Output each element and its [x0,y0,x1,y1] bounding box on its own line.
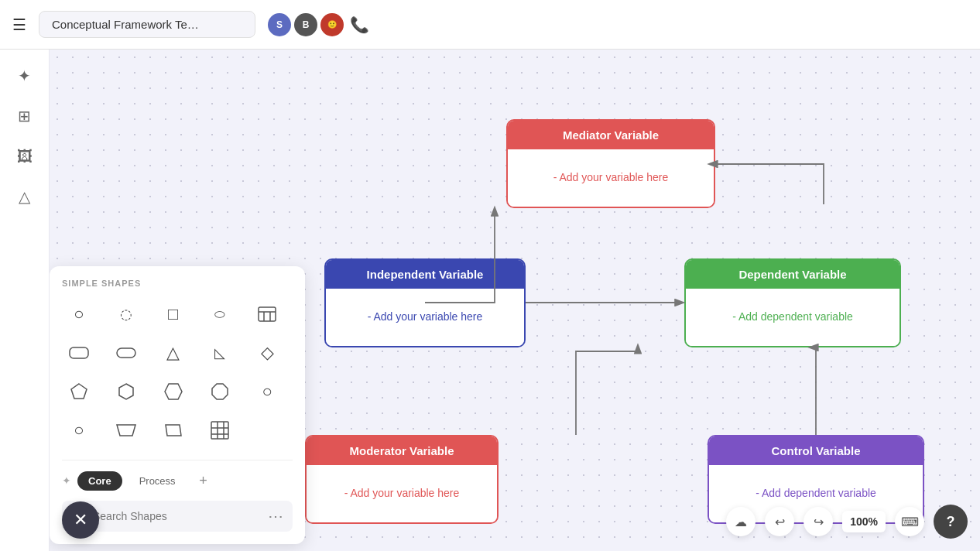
shapes-grid: ○ ◌ □ ⬭ △ ◺ ◇ ○ ○ [62,297,293,447]
keyboard-button[interactable]: ⌨ [895,507,924,536]
document-title[interactable]: Conceptual Framework Te… [39,11,255,38]
svg-rect-4 [70,347,88,358]
shape-octagon[interactable] [203,375,237,409]
avatar-s[interactable]: S [268,13,291,36]
independent-variable-node[interactable]: Independent Variable - Add your variable… [324,258,526,347]
menu-button[interactable]: ☰ [12,15,26,34]
shape-triangle[interactable]: △ [156,336,190,370]
tab-icon: ✦ [62,474,71,487]
dependent-body: - Add dependent variable [686,289,899,346]
moderator-variable-node[interactable]: Moderator Variable - Add your variable h… [305,435,499,524]
shape-arc[interactable]: ◌ [109,297,143,331]
shape-table[interactable] [250,297,284,331]
canvas[interactable]: SIMPLE SHAPES ○ ◌ □ ⬭ △ ◺ ◇ [50,50,980,551]
image-tool-button[interactable]: 🖼 [8,139,42,173]
shape-circle[interactable]: ○ [62,297,96,331]
mediator-header: Mediator Variable [508,121,714,149]
svg-rect-12 [211,422,228,439]
shape-tabs: ✦ Core Process + [62,460,293,491]
shape-hexagon1[interactable] [109,375,143,409]
svg-marker-6 [71,384,87,399]
left-sidebar: ✦ ⊞ 🖼 △ [0,50,50,551]
frame-tool-button[interactable]: ⊞ [8,99,42,133]
moderator-header: Moderator Variable [307,436,497,465]
svg-marker-10 [117,425,135,436]
shape-circle2[interactable]: ○ [250,375,284,409]
shape-right-triangle[interactable]: ◺ [203,336,237,370]
mediator-body: - Add your variable here [508,149,714,207]
shape-grid[interactable] [203,413,237,447]
redo-icon: ↪ [814,515,824,529]
mediator-variable-node[interactable]: Mediator Variable - Add your variable he… [506,119,715,208]
avatar-b[interactable]: B [294,13,317,36]
shape-pill[interactable] [109,336,143,370]
keyboard-icon: ⌨ [901,515,919,529]
simple-shapes-title: SIMPLE SHAPES [62,279,293,288]
phone-icon[interactable]: 📞 [350,15,369,34]
svg-marker-7 [119,384,133,399]
tab-core[interactable]: Core [77,471,122,491]
tab-add-button[interactable]: + [193,470,214,491]
bottom-toolbar: ☁ ↩ ↪ 100% ⌨ ? [726,505,968,539]
avatar-c[interactable]: 🙂 [320,13,344,36]
help-icon: ? [947,514,955,530]
shapes-tool-button[interactable]: ✦ [8,59,42,93]
svg-rect-0 [259,307,276,321]
svg-marker-8 [165,384,182,399]
cloud-button[interactable]: ☁ [726,507,756,536]
svg-marker-11 [166,425,181,436]
help-button[interactable]: ? [934,505,968,539]
topbar: ☰ Conceptual Framework Te… S B 🙂 📞 [0,0,980,50]
svg-marker-9 [212,384,228,399]
shape-ellipse[interactable]: ⬭ [203,297,237,331]
redo-button[interactable]: ↪ [804,507,833,536]
search-input[interactable] [93,510,262,522]
shape-trapezoid[interactable] [109,413,143,447]
dependent-header: Dependent Variable [686,260,899,289]
search-more-icon[interactable]: ⋯ [268,507,283,525]
draw-tool-button[interactable]: △ [8,180,42,214]
undo-icon: ↩ [775,515,785,529]
independent-body: - Add your variable here [326,289,524,346]
cloud-icon: ☁ [735,515,747,529]
shape-square[interactable]: □ [156,297,190,331]
zoom-level: 100% [842,511,886,532]
shape-parallelogram[interactable] [156,413,190,447]
shape-hexagon2[interactable] [156,375,190,409]
moderator-body: - Add your variable here [307,465,497,522]
shape-circle3[interactable]: ○ [62,413,96,447]
undo-button[interactable]: ↩ [765,507,794,536]
shape-empty [250,413,284,447]
shape-diamond[interactable]: ◇ [250,336,284,370]
independent-header: Independent Variable [326,260,524,289]
control-header: Control Variable [709,436,923,465]
fab-close-button[interactable]: ✕ [62,501,99,539]
close-icon: ✕ [74,510,87,530]
main-layout: ✦ ⊞ 🖼 △ SIMPLE SHAPES ○ ◌ □ ⬭ △ ◺ [0,50,980,551]
dependent-variable-node[interactable]: Dependent Variable - Add dependent varia… [684,258,901,347]
shape-rounded-rect[interactable] [62,336,96,370]
shape-pentagon[interactable] [62,375,96,409]
tab-process[interactable]: Process [128,471,187,491]
collaborators: S B 🙂 📞 [268,13,369,36]
svg-rect-5 [117,348,135,358]
